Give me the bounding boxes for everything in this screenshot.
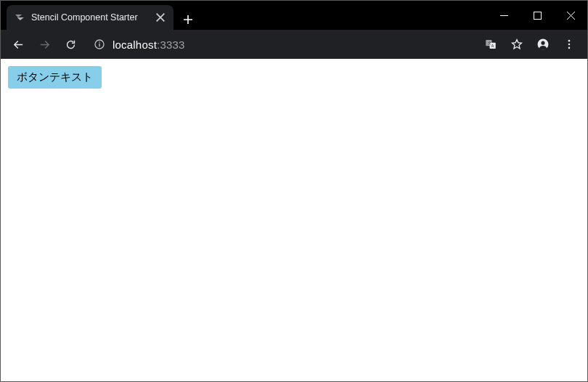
site-info-icon[interactable]	[92, 37, 107, 52]
page-content: ボタンテキスト	[1, 59, 587, 381]
translate-icon[interactable]: 文A	[478, 32, 503, 57]
tab-strip: Stencil Component Starter	[1, 1, 198, 30]
minimize-window-button[interactable]	[487, 4, 520, 26]
address-bar[interactable]: localhost:3333	[89, 37, 471, 52]
kebab-menu-icon[interactable]	[557, 32, 581, 57]
sample-button[interactable]: ボタンテキスト	[8, 66, 102, 89]
close-window-button[interactable]	[554, 4, 587, 26]
tab-title: Stencil Component Starter	[31, 12, 149, 23]
new-tab-button[interactable]	[178, 9, 198, 30]
svg-rect-0	[534, 12, 541, 19]
svg-point-10	[568, 40, 571, 42]
svg-text:A: A	[491, 44, 494, 48]
forward-button[interactable]	[33, 33, 56, 56]
url-text: localhost:3333	[113, 38, 185, 51]
stencil-favicon	[14, 12, 25, 23]
close-tab-icon[interactable]	[155, 12, 166, 23]
window-controls	[487, 1, 587, 30]
svg-rect-3	[99, 44, 99, 47]
svg-point-2	[99, 41, 100, 43]
svg-point-11	[568, 44, 571, 46]
toolbar-actions: 文A	[478, 32, 581, 57]
svg-text:文: 文	[488, 41, 491, 45]
url-host: localhost	[113, 38, 157, 51]
svg-point-9	[541, 41, 544, 45]
bookmark-star-icon[interactable]	[505, 32, 529, 57]
browser-tab[interactable]: Stencil Component Starter	[7, 5, 173, 30]
reload-button[interactable]	[59, 33, 82, 56]
profile-avatar-icon[interactable]	[531, 32, 555, 57]
svg-point-12	[568, 47, 571, 49]
browser-toolbar: localhost:3333 文A	[1, 30, 587, 59]
titlebar-drag-region	[198, 1, 487, 30]
back-button[interactable]	[7, 33, 30, 56]
maximize-window-button[interactable]	[520, 4, 554, 26]
url-port: :3333	[157, 38, 185, 51]
window-titlebar: Stencil Component Starter	[1, 1, 587, 30]
